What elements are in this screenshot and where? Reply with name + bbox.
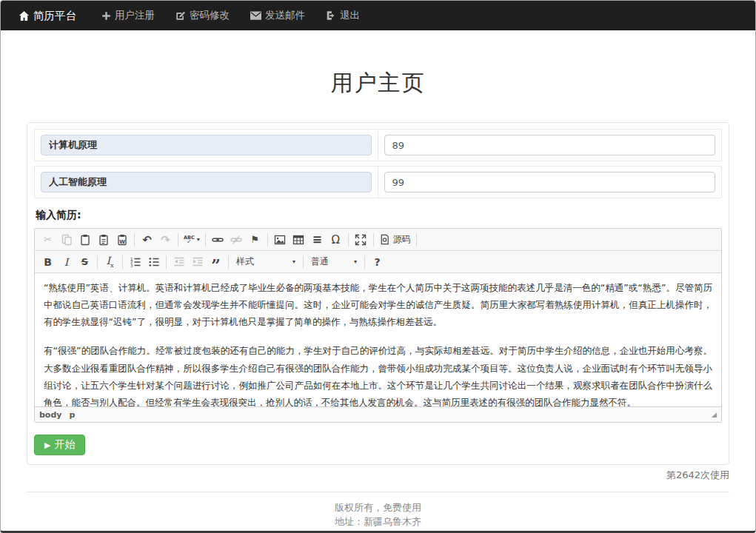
table-button[interactable] bbox=[290, 231, 308, 248]
paste-button[interactable] bbox=[76, 231, 94, 248]
toolbar-separator bbox=[166, 255, 167, 269]
toolbar-separator bbox=[348, 233, 349, 247]
toolbar-separator bbox=[373, 233, 374, 247]
resume-label: 输入简历: bbox=[36, 209, 720, 222]
maximize-button[interactable] bbox=[352, 231, 370, 248]
paste-word-icon: W bbox=[116, 234, 128, 246]
nav-item-register[interactable]: 用户注册 bbox=[101, 9, 155, 22]
outdent-button[interactable] bbox=[170, 253, 188, 270]
blockquote-button[interactable]: ” bbox=[207, 253, 225, 270]
home-icon bbox=[19, 10, 30, 21]
element-path-body[interactable]: body bbox=[39, 410, 61, 420]
italic-icon: I bbox=[64, 256, 69, 268]
toolbar-separator bbox=[97, 255, 98, 269]
outdent-icon bbox=[173, 256, 185, 268]
course-name-cell bbox=[35, 167, 378, 198]
element-path-p[interactable]: p bbox=[69, 410, 75, 420]
copy-icon bbox=[61, 234, 73, 246]
omega-icon: Ω bbox=[332, 233, 340, 247]
course-score-input-1[interactable] bbox=[384, 135, 716, 155]
question-icon: ? bbox=[374, 256, 380, 268]
paste-word-button[interactable]: W bbox=[113, 231, 131, 248]
element-path: bodyp bbox=[39, 410, 82, 420]
image-icon bbox=[274, 234, 286, 246]
nav-brand[interactable]: 简历平台 bbox=[19, 9, 76, 23]
toolbar-separator bbox=[134, 233, 135, 247]
bold-icon: B bbox=[44, 256, 52, 268]
footer-address: 地址：新疆乌鲁木齐 bbox=[1, 514, 755, 529]
spellcheck-icon: ABC ✓ bbox=[184, 235, 195, 244]
resize-handle-icon[interactable]: ◢ bbox=[712, 411, 717, 418]
course-score-input-2[interactable] bbox=[384, 172, 716, 192]
remove-format-icon: Ix bbox=[106, 255, 113, 269]
site-footer: 版权所有，免费使用 地址：新疆乌鲁木齐 bbox=[1, 500, 755, 529]
footer-divider bbox=[27, 492, 729, 492]
copy-button[interactable] bbox=[57, 231, 76, 248]
styles-dropdown[interactable]: 样式 ▾ bbox=[232, 253, 300, 270]
svg-text:3: 3 bbox=[130, 263, 133, 267]
horizontal-rule-button[interactable]: ≡ bbox=[308, 231, 327, 248]
link-button[interactable] bbox=[209, 231, 227, 248]
editor-content-area[interactable]: “熟练使用”英语、计算机。英语和计算机已经成了毕业生必备的两项基本技能，学生在个… bbox=[35, 273, 721, 406]
start-button[interactable]: ▶ 开始 bbox=[34, 435, 85, 455]
course-name-cell bbox=[35, 130, 378, 161]
indent-icon bbox=[192, 256, 204, 268]
table-icon bbox=[292, 234, 304, 246]
bullet-list-icon bbox=[148, 256, 160, 268]
indent-button[interactable] bbox=[188, 253, 207, 270]
spellcheck-button[interactable]: ABC ✓ ▾ bbox=[181, 231, 202, 248]
nav-item-password[interactable]: 密码修改 bbox=[175, 9, 230, 22]
horizontal-rule-icon: ≡ bbox=[312, 232, 322, 247]
plus-icon bbox=[101, 11, 111, 21]
redo-button[interactable]: ↷ bbox=[156, 231, 175, 248]
bullet-list-button[interactable] bbox=[144, 253, 163, 270]
toolbar-separator bbox=[228, 255, 229, 269]
numbered-list-icon: 123 bbox=[130, 256, 141, 268]
usage-count: 第2642次使用 bbox=[27, 469, 729, 482]
toolbar-separator bbox=[178, 233, 178, 247]
about-button[interactable]: ? bbox=[368, 253, 387, 270]
nav-item-label: 退出 bbox=[340, 9, 360, 22]
strikethrough-button[interactable]: S bbox=[76, 253, 94, 270]
nav-item-label: 发送邮件 bbox=[265, 9, 305, 22]
image-button[interactable] bbox=[271, 231, 290, 248]
rich-text-editor: ✂ W ↶ ↷ ABC bbox=[34, 228, 722, 423]
bold-button[interactable]: B bbox=[39, 253, 57, 270]
mail-icon bbox=[250, 11, 261, 20]
main-panel: 输入简历: ✂ W ↶ ↷ bbox=[27, 122, 729, 465]
source-button[interactable]: 源码 bbox=[377, 231, 413, 248]
nav-item-label: 用户注册 bbox=[115, 9, 155, 22]
nav-item-email[interactable]: 发送邮件 bbox=[250, 9, 305, 22]
link-icon bbox=[212, 234, 224, 246]
nav-item-label: 密码修改 bbox=[190, 9, 230, 22]
remove-format-button[interactable]: Ix bbox=[101, 253, 119, 270]
chevron-down-icon: ▾ bbox=[354, 258, 357, 265]
play-icon: ▶ bbox=[44, 440, 50, 450]
editor-toolbar-row-1: ✂ W ↶ ↷ ABC bbox=[35, 229, 721, 251]
resume-paragraph-2: 有“很强”的团队合作能力。经常被过度包装的还有自己的能力，学生对于自己的评价过高… bbox=[44, 342, 712, 406]
course-name-input-2[interactable] bbox=[41, 172, 372, 192]
numbered-list-button[interactable]: 123 bbox=[126, 253, 144, 270]
page-frame: 简历平台 用户注册 密码修改 发送邮件 退出 用户主页 bbox=[0, 0, 756, 533]
anchor-button[interactable]: ⚑ bbox=[246, 231, 264, 248]
italic-button[interactable]: I bbox=[57, 253, 76, 270]
paste-icon bbox=[79, 234, 91, 246]
undo-button[interactable]: ↶ bbox=[138, 231, 156, 248]
footer-copyright: 版权所有，免费使用 bbox=[1, 500, 755, 514]
course-score-cell bbox=[378, 130, 722, 161]
paragraph-format-dropdown[interactable]: 普通 ▾ bbox=[307, 253, 361, 270]
flag-icon: ⚑ bbox=[250, 234, 259, 245]
cut-button[interactable]: ✂ bbox=[39, 231, 57, 248]
special-char-button[interactable]: Ω bbox=[327, 231, 345, 248]
unlink-button[interactable] bbox=[227, 231, 246, 248]
source-label: 源码 bbox=[393, 233, 411, 246]
course-name-input-1[interactable] bbox=[41, 135, 372, 155]
maximize-icon bbox=[355, 234, 367, 246]
paste-text-button[interactable] bbox=[94, 231, 113, 248]
redo-icon: ↷ bbox=[161, 233, 170, 247]
blockquote-icon: ” bbox=[211, 255, 221, 269]
strikethrough-icon: S bbox=[81, 256, 88, 267]
editor-footer: bodyp ◢ bbox=[35, 406, 721, 422]
chevron-down-icon: ▾ bbox=[292, 258, 295, 265]
nav-item-logout[interactable]: 退出 bbox=[326, 9, 360, 22]
